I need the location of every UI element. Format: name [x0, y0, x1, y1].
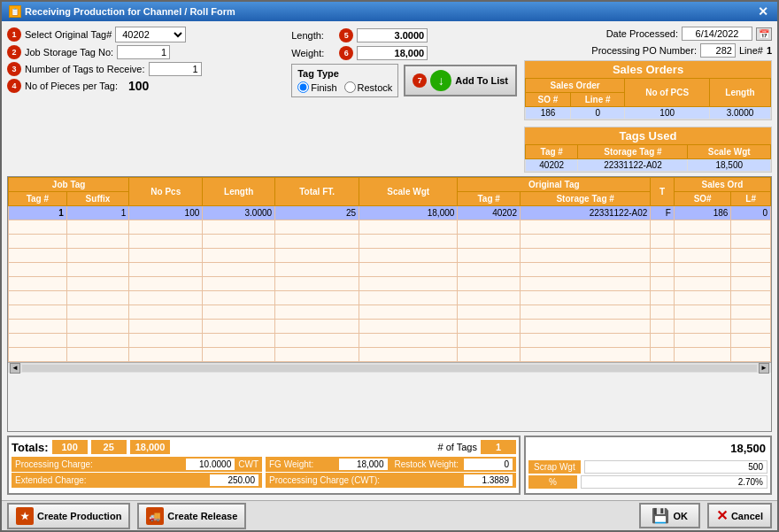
- restock-radio[interactable]: [344, 81, 356, 93]
- ok-icon: 💾: [652, 507, 669, 524]
- line-value: 1: [767, 45, 772, 56]
- add-to-list-button[interactable]: 7 ↓ Add To List: [404, 65, 517, 96]
- tu-storage-header: Storage Tag #: [578, 145, 688, 159]
- restock-label: Restock: [358, 82, 393, 93]
- mt-t: F: [651, 206, 675, 220]
- length-input[interactable]: [357, 28, 428, 42]
- weight-label: Weight:: [291, 48, 336, 58]
- so-num: 186: [526, 107, 571, 120]
- extended-charge-row: Extended Charge: 250.00: [12, 473, 262, 488]
- cancel-label: Cancel: [731, 511, 763, 521]
- so-row[interactable]: 186 0 100 3.0000: [526, 107, 771, 120]
- main-window: 📋 Receiving Production for Channel / Rol…: [0, 0, 779, 532]
- empty-row-5: [9, 277, 771, 291]
- num-tags-label: Number of Tags to Receive:: [25, 64, 145, 74]
- tu-row[interactable]: 40202 22331122-A02 18,500: [526, 159, 771, 172]
- tag-select[interactable]: 40202: [115, 27, 186, 42]
- restock-val: 0: [464, 459, 513, 470]
- main-table-row[interactable]: 1 1 100 3.0000 25 18,000 40202 22331122-…: [9, 206, 771, 220]
- empty-row-10: [9, 348, 771, 362]
- processing-charge-label: Processing Charge:: [15, 459, 182, 469]
- scrap-left: Scrap Wgt 500 % 2.70%: [528, 459, 767, 490]
- weight-input[interactable]: [357, 46, 428, 60]
- charge-rows: Processing Charge: 10.0000 CWT Extended …: [12, 456, 516, 489]
- sales-orders-table: Sales Order No of PCS Length SO # Line #: [525, 78, 771, 120]
- fg-weight-row: FG Weight: 18,000 Restock Weight: 0: [266, 457, 516, 472]
- so-num-header: SO #: [526, 93, 571, 107]
- radio-group: Finish Restock: [297, 81, 392, 93]
- window-title: Receiving Production for Channel / Roll …: [25, 6, 235, 17]
- tag-type-box: Tag Type Finish Restock: [291, 64, 398, 97]
- close-button[interactable]: ✕: [756, 4, 770, 19]
- num-tags-row: 3 Number of Tags to Receive:: [7, 62, 284, 76]
- cancel-button[interactable]: ✕ Cancel: [707, 503, 772, 528]
- title-bar: 📋 Receiving Production for Channel / Rol…: [2, 2, 777, 21]
- po-label: Processing PO Number:: [591, 45, 697, 56]
- line-label: Line#: [739, 45, 763, 56]
- left-form: 1 Select Original Tag# 40202 2 Job Stora…: [7, 27, 284, 173]
- main-content: 1 Select Original Tag# 40202 2 Job Stora…: [2, 21, 777, 500]
- horizontal-scrollbar[interactable]: ◄ ►: [8, 362, 771, 373]
- finish-option[interactable]: Finish: [297, 81, 336, 93]
- job-storage-label: Job Storage Tag No:: [25, 47, 113, 58]
- processing-charge-row: Processing Charge: 10.0000 CWT: [12, 457, 262, 472]
- num-tags-input[interactable]: [149, 62, 202, 76]
- ok-button[interactable]: 💾 OK: [639, 503, 700, 528]
- totals-main-row: Totals: 100 25 18,000 # of Tags 1: [12, 440, 516, 454]
- scroll-left-button[interactable]: ◄: [10, 363, 20, 374]
- cancel-icon: ✕: [716, 507, 728, 524]
- date-input[interactable]: [682, 27, 752, 41]
- add-to-list-label: Add To List: [455, 75, 508, 86]
- tags-label: # of Tags: [438, 442, 477, 452]
- scroll-right-button[interactable]: ►: [759, 363, 769, 374]
- empty-row-1: [9, 220, 771, 235]
- length-col-header: Length: [710, 79, 771, 107]
- tags-count: 1: [481, 440, 516, 454]
- mt-suffix: 1: [66, 206, 129, 220]
- badge-7: 7: [413, 73, 427, 88]
- bottom-bar: ★ Create Production 🚚 Create Release 💾 O…: [2, 500, 777, 530]
- right-charges: FG Weight: 18,000 Restock Weight: 0 Proc…: [266, 456, 516, 489]
- suffix-sub: Suffix: [66, 192, 129, 206]
- empty-row-2: [9, 235, 771, 249]
- totals-right: 18,500 Scrap Wgt 500 % 2.70%: [524, 436, 772, 495]
- pct-row: % 2.70%: [528, 475, 767, 489]
- no-pcs-header: No Pcs: [129, 178, 203, 206]
- pcs-col-header: No of PCS: [625, 79, 710, 107]
- create-release-button[interactable]: 🚚 Create Release: [137, 503, 246, 529]
- mt-scale-wgt: 18,000: [359, 206, 458, 220]
- empty-row-4: [9, 263, 771, 277]
- ok-label: OK: [673, 511, 688, 521]
- job-storage-input[interactable]: [117, 45, 170, 59]
- tu-tag: 40202: [526, 159, 578, 172]
- scrap-wgt-val: 500: [584, 460, 767, 474]
- totals-label: Totals:: [12, 441, 49, 454]
- empty-row-3: [9, 249, 771, 263]
- line-num-sub: L#: [731, 192, 771, 206]
- weight-row: Weight: 6: [291, 46, 517, 60]
- main-table: Job Tag No Pcs Length Total FT. Scale Wg…: [8, 177, 771, 362]
- restock-option[interactable]: Restock: [344, 81, 393, 93]
- scroll-track[interactable]: [22, 365, 757, 372]
- finish-radio[interactable]: [297, 81, 309, 93]
- table-scroll[interactable]: Job Tag No Pcs Length Total FT. Scale Wg…: [8, 177, 771, 362]
- scrap-rows: Scrap Wgt 500 % 2.70%: [528, 459, 767, 490]
- calendar-button[interactable]: 📅: [756, 27, 772, 41]
- pct-label: %: [528, 475, 577, 489]
- tag-num-sub: Tag #: [9, 192, 67, 206]
- po-input[interactable]: [700, 43, 736, 58]
- so-line-header: Line #: [570, 93, 624, 107]
- proc-cwt-label: Proccessing Charge (CWT):: [269, 475, 460, 485]
- finish-label: Finish: [311, 82, 336, 93]
- tu-storage: 22331122-A02: [578, 159, 688, 172]
- scrap-wgt-label: Scrap Wgt: [528, 460, 581, 474]
- totals-ft: 25: [91, 440, 127, 454]
- empty-row-7: [9, 305, 771, 320]
- pieces-row: 4 No of Pieces per Tag: 100: [7, 79, 284, 93]
- badge-1: 1: [7, 27, 21, 42]
- totals-tags: # of Tags 1: [438, 440, 516, 454]
- create-production-button[interactable]: ★ Create Production: [7, 503, 130, 529]
- mt-tag: 1: [9, 206, 67, 220]
- length-label: Length:: [291, 30, 336, 41]
- create-production-icon: ★: [16, 507, 34, 525]
